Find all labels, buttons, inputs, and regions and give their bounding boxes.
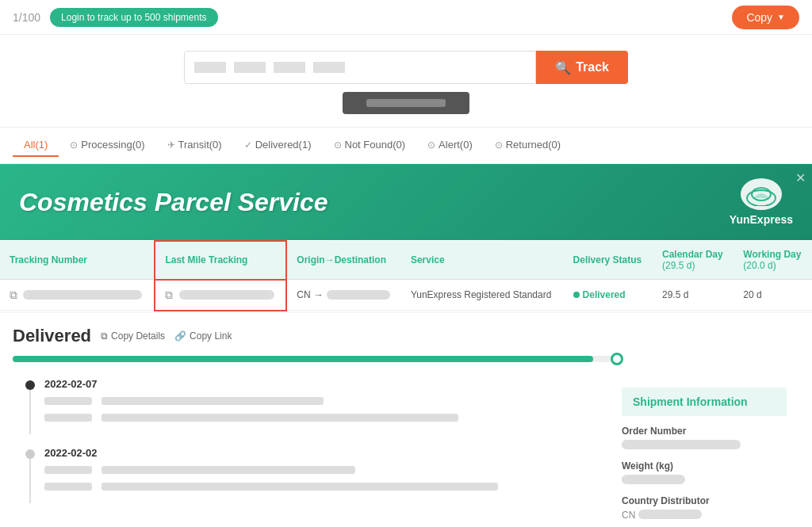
top-bar-left: 1/100 Login to track up to 500 shipments: [13, 8, 218, 27]
filter-returned-label: Returned(0): [506, 139, 561, 151]
weight-field: Weight (kg): [622, 460, 787, 486]
order-number-field: Order Number: [622, 426, 787, 451]
timeline-dot-2: [25, 449, 35, 459]
arrow-icon: →: [314, 289, 324, 300]
copy-details-button[interactable]: ⧉ Copy Details: [101, 330, 165, 342]
timeline-line-2: [29, 459, 31, 503]
banner-title: Cosmetics Parcel Service: [19, 188, 328, 217]
timeline-time-1-2: [44, 414, 92, 422]
banner-logo-text: YunExpress: [730, 213, 793, 226]
detail-status-title: Delivered: [13, 326, 91, 346]
shipment-info-title: Shipment Information: [622, 388, 787, 416]
country-value: CN: [622, 510, 787, 521]
banner-close-button[interactable]: ✕: [795, 170, 806, 185]
cell-last-mile: ⧉: [155, 280, 286, 311]
not-found-icon: ⊙: [334, 139, 342, 151]
track-button[interactable]: 🔍 Track: [536, 51, 628, 84]
cell-working-day: 20 d: [733, 280, 812, 311]
timeline-time-1-1: [44, 397, 92, 405]
login-track-button[interactable]: Login to track up to 500 shipments: [50, 8, 217, 27]
table-header: Tracking Number Last Mile Tracking Origi…: [0, 241, 812, 280]
copy-dropdown-arrow: ▼: [777, 13, 785, 21]
shipment-count: 1/100: [13, 9, 40, 25]
weight-label: Weight (kg): [622, 460, 787, 472]
search-row: 🔍 Track: [184, 51, 628, 84]
th-last-mile: Last Mile Tracking: [155, 241, 286, 280]
filter-tab-returned[interactable]: ⊙ Returned(0): [484, 134, 572, 157]
timeline-date-2: 2022-02-02: [44, 447, 596, 459]
cell-calendar-day: 29.5 d: [653, 280, 733, 311]
timeline-item-1-2: [44, 411, 596, 423]
filter-delivered-label: Delivered(1): [255, 139, 312, 151]
search-sub-bar: [366, 99, 446, 107]
cell-service: YunExpress Registered Standard: [401, 280, 564, 311]
timeline-dot-1: [25, 380, 35, 390]
table-row: ⧉ ⧉ CN → YunExpress Registered Standard: [0, 280, 812, 311]
th-tracking-number: Tracking Number: [0, 241, 155, 280]
copy-tracking-icon[interactable]: ⧉: [10, 288, 17, 301]
filter-tab-delivered[interactable]: ✓ Delivered(1): [233, 134, 323, 157]
detail-header: Delivered ⧉ Copy Details 🔗 Copy Link: [13, 326, 799, 346]
cell-tracking-number: ⧉: [0, 280, 155, 311]
timeline-dot-col-1: [25, 378, 35, 434]
country-label: Country Distributor: [622, 495, 787, 506]
search-input[interactable]: [184, 51, 536, 84]
country-field: Country Distributor CN: [622, 495, 787, 521]
filter-tab-transit[interactable]: ✈ Transit(0): [156, 134, 233, 157]
alert-icon: ⊙: [427, 139, 435, 151]
count-total: /100: [19, 11, 40, 24]
timeline-desc-1-2: [102, 414, 458, 422]
count-number: 1: [13, 11, 19, 24]
top-bar: 1/100 Login to track up to 500 shipments…: [0, 0, 812, 35]
copy-button[interactable]: Copy ▼: [732, 6, 799, 29]
copy-link-button[interactable]: 🔗 Copy Link: [174, 330, 232, 342]
filter-tabs: All(1) ⊙ Processing(0) ✈ Transit(0) ✓ De…: [0, 128, 812, 164]
main-content: 2022-02-07: [13, 378, 799, 528]
filter-alert-label: Alert(0): [439, 139, 473, 151]
order-number-value: [622, 440, 787, 451]
timeline-time-2-1: [44, 466, 92, 474]
filter-tab-all[interactable]: All(1): [13, 134, 59, 157]
transit-icon: ✈: [167, 139, 175, 151]
th-origin-dest: Origin→Destination: [286, 241, 401, 280]
progress-bar-container: [13, 356, 623, 362]
timeline-section: 2022-02-07: [13, 378, 609, 528]
tracking-number-value: [23, 290, 142, 300]
banner-logo: YunExpress: [730, 178, 793, 226]
carrier-banner: Cosmetics Parcel Service YunExpress ✕: [0, 164, 812, 240]
processing-icon: ⊙: [70, 139, 78, 151]
timeline-event-1: 2022-02-07: [25, 378, 596, 434]
timeline-dot-col-2: [25, 447, 35, 503]
copy-link-icon: 🔗: [174, 330, 186, 342]
weight-value: [622, 475, 787, 486]
copy-last-mile-icon[interactable]: ⧉: [165, 288, 173, 301]
timeline-item-1-1: [44, 395, 596, 407]
cell-origin-dest: CN →: [286, 280, 401, 311]
timeline-line-1: [29, 390, 31, 434]
progress-bar-fill: [13, 356, 593, 362]
timeline-desc-1-1: [102, 397, 324, 405]
timeline-desc-2-2: [102, 483, 498, 491]
copy-details-icon: ⧉: [101, 330, 108, 342]
timeline-content-1: 2022-02-07: [44, 378, 596, 434]
detail-section: Delivered ⧉ Copy Details 🔗 Copy Link 202…: [0, 313, 812, 528]
th-working-day: Working Day(20.0 d): [733, 241, 812, 280]
filter-all-label: All(1): [24, 139, 48, 151]
search-sub: [343, 92, 469, 114]
returned-icon: ⊙: [495, 139, 503, 151]
timeline-item-2-1: [44, 464, 596, 475]
th-service: Service: [401, 241, 564, 280]
filter-tab-alert[interactable]: ⊙ Alert(0): [416, 134, 484, 157]
dest-country: [327, 290, 390, 300]
timeline-event-2: 2022-02-02: [25, 447, 596, 503]
filter-tab-processing[interactable]: ⊙ Processing(0): [59, 134, 155, 157]
timeline-date-1: 2022-02-07: [44, 378, 596, 390]
filter-transit-label: Transit(0): [178, 139, 222, 151]
last-mile-value: [179, 290, 274, 300]
track-label: Track: [576, 60, 609, 74]
track-icon: 🔍: [555, 60, 571, 75]
filter-not-found-label: Not Found(0): [345, 139, 406, 151]
timeline-time-2-2: [44, 483, 92, 491]
yun-express-logo-icon: [741, 178, 782, 210]
filter-tab-not-found[interactable]: ⊙ Not Found(0): [323, 134, 417, 157]
